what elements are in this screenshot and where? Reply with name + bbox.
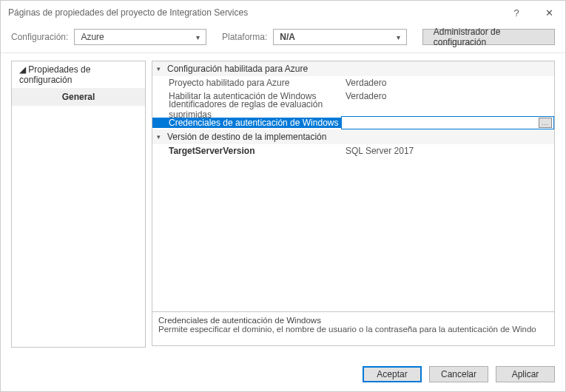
description-panel: Credenciales de autenticación de Windows… [152,312,555,346]
prop-credenciales[interactable]: Credenciales de autenticación de Windows… [152,116,554,129]
sidebar-item-general[interactable]: General [12,88,145,106]
platform-label: Plataforma: [222,32,267,42]
ellipsis-button[interactable]: ... [539,118,552,128]
chevron-down-icon: ▾ [157,65,167,72]
description-title: Credenciales de autenticación de Windows [158,316,548,325]
sidebar-root[interactable]: ◢ Propiedades de configuración [12,61,145,88]
cancel-button[interactable]: Cancelar [429,366,488,382]
config-label: Configuración: [11,32,68,42]
close-button[interactable]: ✕ [536,2,562,23]
chevron-down-icon: ▾ [397,33,400,41]
config-manager-button[interactable]: Administrador de configuración [422,29,555,45]
dialog-buttons: Aceptar Cancelar Aplicar [363,366,555,382]
window-title: Páginas de propiedades del proyecto de I… [8,7,503,18]
sidebar-tree[interactable]: ◢ Propiedades de configuración General [11,61,146,348]
property-grid[interactable]: ▾ Configuración habilitada para Azure Pr… [152,61,555,312]
chevron-down-icon: ▾ [157,133,167,141]
description-text: Permite especificar el dominio, el nombr… [158,325,548,334]
config-select[interactable]: Azure ▾ [74,29,206,45]
title-bar: Páginas de propiedades del proyecto de I… [1,1,565,24]
category-azure[interactable]: ▾ Configuración habilitada para Azure [152,61,554,76]
platform-select[interactable]: N/A ▾ [273,29,406,45]
config-value: Azure [81,32,104,42]
platform-value: N/A [280,32,295,42]
prop-identificadores[interactable]: Identificadores de reglas de evaluación … [152,103,554,116]
category-version[interactable]: ▾ Versión de destino de la implementació… [152,129,554,144]
prop-target-server-version[interactable]: TargetServerVersion SQL Server 2017 [152,144,554,158]
help-button[interactable]: ? [503,2,530,23]
chevron-down-icon: ▾ [196,33,200,41]
config-bar: Configuración: Azure ▾ Plataforma: N/A ▾… [1,24,565,53]
ok-button[interactable]: Aceptar [363,366,422,382]
apply-button[interactable]: Aplicar [496,366,555,382]
prop-proyecto-habilitado[interactable]: Proyecto habilitado para Azure Verdadero [152,76,554,89]
